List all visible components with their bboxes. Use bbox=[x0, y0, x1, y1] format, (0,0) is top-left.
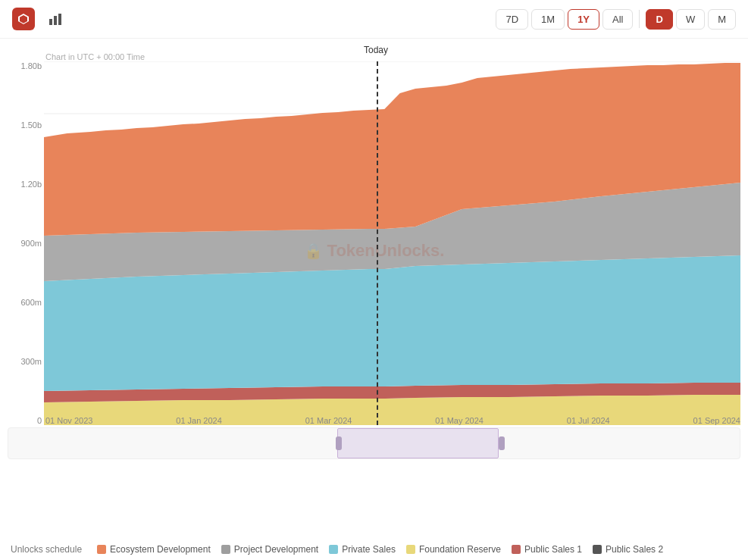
top-left-controls bbox=[12, 8, 67, 30]
minimap-handle-right[interactable] bbox=[499, 436, 505, 450]
legend-color-5 bbox=[593, 545, 602, 554]
y-label-5: 600m bbox=[8, 298, 42, 307]
legend-label-5: Public Sales 2 bbox=[606, 544, 663, 555]
legend-color-3 bbox=[406, 545, 415, 554]
period-7d-button[interactable]: 7D bbox=[496, 9, 528, 30]
legend-label-4: Public Sales 1 bbox=[524, 544, 582, 555]
legend-label-2: Private Sales bbox=[342, 544, 396, 555]
legend-item-0: Ecosystem Development bbox=[97, 544, 211, 555]
legend-item-4: Public Sales 1 bbox=[512, 544, 582, 555]
legend-item-1: Project Development bbox=[221, 544, 318, 555]
interval-d-button[interactable]: D bbox=[646, 9, 672, 30]
y-label-7: 0 bbox=[8, 416, 42, 425]
y-label-1: 1.80b bbox=[8, 61, 42, 70]
legend-color-4 bbox=[512, 545, 521, 554]
x-label-1: 01 Nov 2023 bbox=[45, 416, 92, 425]
chart-svg bbox=[44, 61, 740, 425]
legend-color-1 bbox=[221, 545, 230, 554]
legend-area: Unlocks schedule Ecosystem Development P… bbox=[8, 539, 740, 560]
x-label-6: 01 Sep 2024 bbox=[693, 416, 740, 425]
period-1m-button[interactable]: 1M bbox=[531, 9, 565, 30]
legend-item-2: Private Sales bbox=[329, 544, 396, 555]
top-right-controls: 7D 1M 1Y All D W M bbox=[496, 9, 736, 30]
svg-rect-0 bbox=[49, 19, 52, 25]
today-label: Today bbox=[364, 45, 388, 55]
interval-m-button[interactable]: M bbox=[708, 9, 736, 30]
y-label-4: 900m bbox=[8, 239, 42, 248]
today-line bbox=[377, 61, 378, 425]
top-bar: 7D 1M 1Y All D W M bbox=[0, 0, 748, 39]
legend-color-0 bbox=[97, 545, 106, 554]
legend-title: Unlocks schedule bbox=[11, 544, 82, 555]
legend-item-5: Public Sales 2 bbox=[593, 544, 663, 555]
legend-label-3: Foundation Reserve bbox=[419, 544, 501, 555]
legend-label-1: Project Development bbox=[234, 544, 318, 555]
button-divider bbox=[639, 10, 640, 28]
x-label-2: 01 Jan 2024 bbox=[176, 416, 222, 425]
legend-item-3: Foundation Reserve bbox=[406, 544, 501, 555]
y-label-6: 300m bbox=[8, 357, 42, 366]
minimap[interactable] bbox=[8, 427, 740, 459]
interval-w-button[interactable]: W bbox=[676, 9, 705, 30]
x-label-5: 01 Jul 2024 bbox=[567, 416, 610, 425]
utc-label: Chart in UTC + 00:00 Time bbox=[45, 52, 145, 61]
y-label-2: 1.50b bbox=[8, 120, 42, 130]
period-all-button[interactable]: All bbox=[602, 9, 633, 30]
x-label-4: 01 May 2024 bbox=[435, 416, 484, 425]
svg-rect-2 bbox=[58, 14, 61, 25]
logo-icon bbox=[12, 8, 35, 30]
legend-label-0: Ecosystem Development bbox=[110, 544, 211, 555]
chart-area: Chart in UTC + 00:00 Time 1.80b 1.50b 1.… bbox=[0, 39, 748, 463]
x-label-3: 01 Mar 2024 bbox=[305, 416, 352, 425]
minimap-handle-left[interactable] bbox=[336, 436, 342, 450]
minimap-selection[interactable] bbox=[337, 428, 498, 458]
y-axis: 1.80b 1.50b 1.20b 900m 600m 300m 0 bbox=[8, 61, 42, 425]
period-1y-button[interactable]: 1Y bbox=[568, 9, 599, 30]
bar-chart-icon[interactable] bbox=[44, 8, 67, 30]
x-axis: 01 Nov 2023 01 Jan 2024 01 Mar 2024 01 M… bbox=[45, 416, 740, 425]
svg-rect-1 bbox=[54, 16, 57, 25]
y-label-3: 1.20b bbox=[8, 180, 42, 189]
legend-color-2 bbox=[329, 545, 338, 554]
